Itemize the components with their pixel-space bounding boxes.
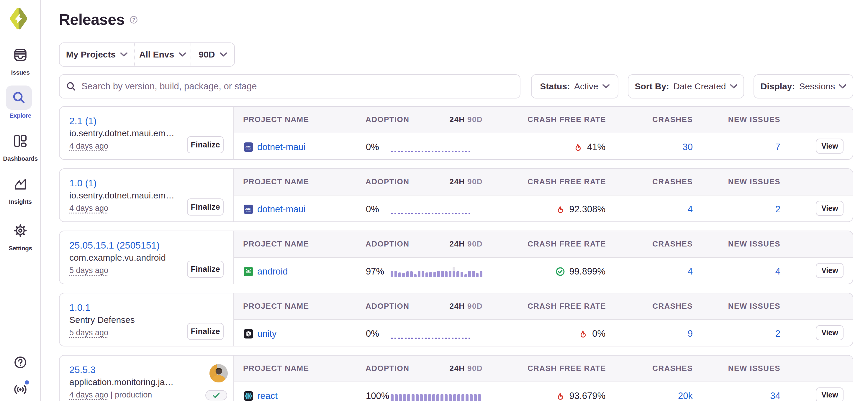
svg-text:.NET: .NET — [245, 207, 252, 210]
svg-text:.NET: .NET — [245, 145, 252, 148]
svg-text:?: ? — [132, 18, 135, 23]
svg-text:MAUI: MAUI — [246, 210, 251, 212]
svg-text:MAUI: MAUI — [246, 148, 251, 150]
